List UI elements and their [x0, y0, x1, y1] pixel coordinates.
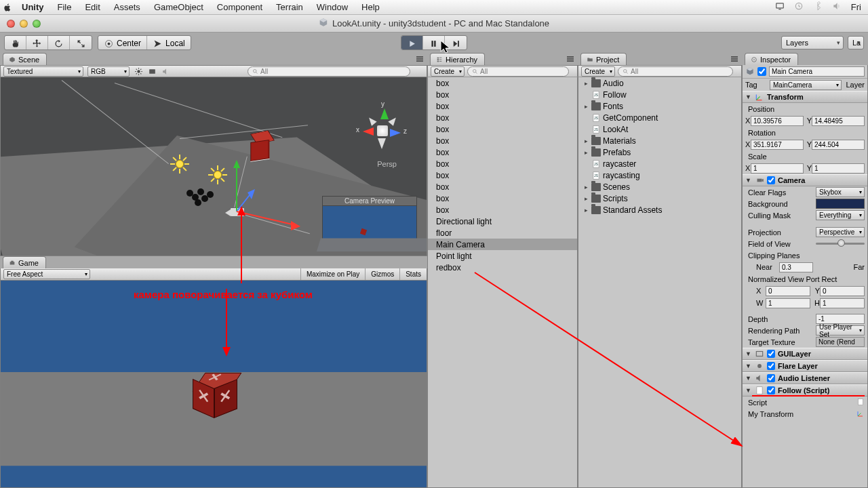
- camera-enabled-checkbox[interactable]: [767, 176, 775, 184]
- scale-x-field[interactable]: 1: [751, 163, 804, 174]
- project-item[interactable]: ▸Audio: [578, 77, 741, 89]
- viewport-h-field[interactable]: 1: [820, 298, 865, 308]
- inspector-tab[interactable]: Inspector: [745, 53, 798, 65]
- hierarchy-panel-menu-icon[interactable]: [567, 55, 575, 63]
- gameobject-active-checkbox[interactable]: [757, 67, 766, 76]
- rendering-path-dropdown[interactable]: Use Player Set: [816, 325, 865, 336]
- hierarchy-search-input[interactable]: All: [467, 66, 569, 77]
- flarelayer-component-header[interactable]: ▼Flare Layer: [743, 360, 867, 372]
- hierarchy-item[interactable]: Main Camera: [428, 239, 577, 250]
- gameobject-name-field[interactable]: Main Camera: [769, 66, 865, 77]
- game-viewport[interactable]: ✕ ✕ ✕ камера поворачивается за кубиком: [0, 281, 427, 488]
- projection-dropdown[interactable]: Perspective: [816, 227, 865, 237]
- project-item[interactable]: ▸Fonts: [578, 100, 741, 112]
- position-y-field[interactable]: 14.48495: [812, 116, 865, 126]
- rotation-x-field[interactable]: 351.9167: [751, 140, 804, 150]
- apple-icon[interactable]: [0, 3, 15, 12]
- hierarchy-item[interactable]: box: [428, 192, 577, 204]
- transform-component-header[interactable]: ▼ Transform: [743, 91, 867, 103]
- culling-mask-dropdown[interactable]: Everything: [816, 210, 865, 220]
- project-panel-menu-icon[interactable]: [731, 55, 739, 63]
- hierarchy-item[interactable]: box: [428, 158, 577, 169]
- project-item[interactable]: JSraycaster: [578, 158, 741, 169]
- project-item[interactable]: ▸Standard Assets: [578, 204, 741, 216]
- hierarchy-item[interactable]: box: [428, 89, 577, 100]
- project-item[interactable]: JSLookAt: [578, 123, 741, 135]
- hierarchy-item[interactable]: box: [428, 169, 577, 181]
- menu-file[interactable]: File: [51, 2, 79, 12]
- project-item[interactable]: JSGetComponent: [578, 112, 741, 123]
- menu-clock-day[interactable]: Fri: [851, 2, 861, 12]
- rotation-y-field[interactable]: 244.504: [812, 140, 865, 150]
- audiolistener-component-header[interactable]: ▼Audio Listener: [743, 372, 867, 384]
- hierarchy-item[interactable]: floor: [428, 227, 577, 239]
- zoom-window-button[interactable]: [33, 20, 41, 28]
- transform-ref-icon[interactable]: [856, 409, 865, 418]
- scene-audio-toggle-icon[interactable]: [161, 66, 170, 76]
- menu-window[interactable]: Window: [310, 2, 355, 12]
- project-item[interactable]: ▸Materials: [578, 135, 741, 146]
- timemachine-icon[interactable]: [794, 1, 804, 13]
- hierarchy-item[interactable]: box: [428, 204, 577, 216]
- hand-tool-button[interactable]: [5, 36, 26, 50]
- scene-viewport[interactable]: y x z Persp Camera Preview: [0, 77, 427, 256]
- hierarchy-item[interactable]: box: [428, 135, 577, 146]
- viewport-x-field[interactable]: 0: [766, 286, 810, 296]
- pivot-local-button[interactable]: Local: [147, 36, 191, 50]
- script-object-icon[interactable]: [856, 398, 865, 406]
- hierarchy-item[interactable]: box: [428, 100, 577, 112]
- hierarchy-list[interactable]: boxboxboxboxboxboxboxboxboxboxboxboxDire…: [427, 77, 578, 488]
- hierarchy-item[interactable]: box: [428, 112, 577, 123]
- bluetooth-icon[interactable]: [813, 1, 823, 13]
- screen-icon[interactable]: [775, 1, 785, 13]
- camera-component-header[interactable]: ▼ Camera: [743, 174, 867, 186]
- volume-icon[interactable]: [832, 1, 842, 13]
- scale-y-field[interactable]: 1: [812, 163, 865, 174]
- layers-dropdown[interactable]: Layers: [781, 36, 844, 49]
- scene-light-toggle-icon[interactable]: [134, 66, 143, 76]
- clear-flags-dropdown[interactable]: Skybox: [816, 187, 865, 197]
- background-color-field[interactable]: [816, 199, 865, 209]
- scene-fx-toggle-icon[interactable]: [147, 66, 157, 76]
- hierarchy-item[interactable]: Directional light: [428, 216, 577, 227]
- rotate-tool-button[interactable]: [48, 36, 70, 50]
- project-item[interactable]: ▸Prefabs: [578, 146, 741, 158]
- menu-help[interactable]: Help: [355, 2, 387, 12]
- menu-terrain[interactable]: Terrain: [269, 2, 310, 12]
- viewport-w-field[interactable]: 1: [766, 298, 810, 308]
- scene-tab[interactable]: Scene: [3, 53, 47, 65]
- hierarchy-create-dropdown[interactable]: Create: [431, 66, 465, 77]
- game-tab[interactable]: Game: [3, 256, 46, 268]
- follow-script-component-header[interactable]: ▼Follow (Script): [743, 384, 867, 396]
- hierarchy-item[interactable]: box: [428, 77, 577, 89]
- maximize-on-play-toggle[interactable]: Maximize on Play: [300, 268, 365, 280]
- viewport-y-field[interactable]: 0: [820, 286, 865, 296]
- target-texture-field[interactable]: None (Rend: [816, 337, 865, 347]
- hierarchy-item[interactable]: box: [428, 146, 577, 158]
- move-gizmo[interactable]: [224, 152, 299, 233]
- project-item[interactable]: ▸Scenes: [578, 181, 741, 192]
- hierarchy-item[interactable]: Point light: [428, 250, 577, 262]
- scene-search-input[interactable]: All: [248, 66, 410, 77]
- hierarchy-item[interactable]: box: [428, 123, 577, 135]
- menu-app-name[interactable]: Unity: [15, 2, 51, 12]
- near-clip-field[interactable]: 0.3: [779, 262, 813, 272]
- project-create-dropdown[interactable]: Create: [581, 66, 615, 77]
- project-list[interactable]: ▸AudioJSFollow▸FontsJSGetComponentJSLook…: [578, 77, 742, 488]
- game-stats-toggle[interactable]: Stats: [399, 268, 427, 280]
- hierarchy-item[interactable]: redbox: [428, 262, 577, 273]
- scene-render-dropdown[interactable]: RGB: [87, 66, 130, 77]
- close-window-button[interactable]: [7, 20, 15, 28]
- point-light-gizmo-icon[interactable]: [210, 167, 226, 183]
- project-search-input[interactable]: All: [618, 66, 733, 77]
- pivot-center-button[interactable]: Center: [98, 36, 147, 50]
- project-item[interactable]: ▸Scripts: [578, 192, 741, 204]
- fov-slider[interactable]: [816, 239, 865, 249]
- project-item[interactable]: JSFollow: [578, 89, 741, 100]
- guilayer-component-header[interactable]: ▼GUILayer: [743, 348, 867, 360]
- scene-shade-dropdown[interactable]: Textured: [3, 66, 83, 77]
- tag-dropdown[interactable]: MainCamera: [770, 80, 842, 90]
- move-tool-button[interactable]: [26, 36, 48, 50]
- hierarchy-item[interactable]: box: [428, 181, 577, 192]
- hierarchy-tab[interactable]: Hierarchy: [430, 53, 485, 65]
